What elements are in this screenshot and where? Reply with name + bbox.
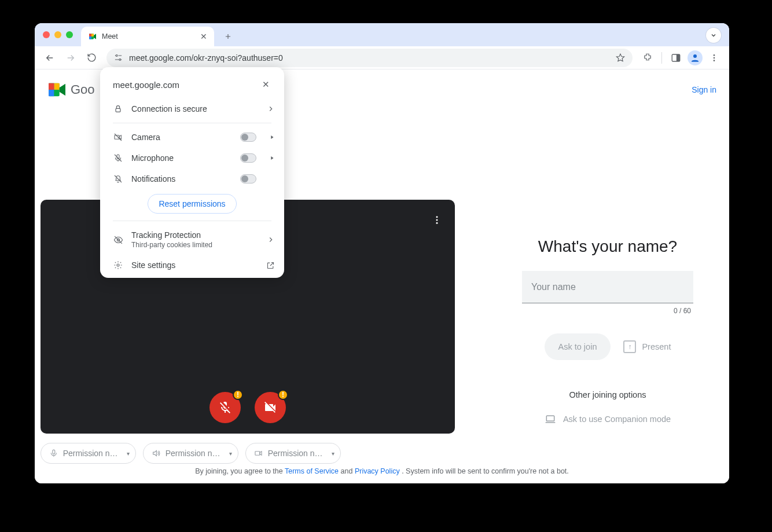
site-settings-row[interactable]: Site settings bbox=[100, 255, 284, 276]
chip-label: Permission ne… bbox=[63, 449, 121, 458]
join-buttons: Ask to join ↑ Present bbox=[545, 333, 671, 360]
back-button[interactable] bbox=[41, 49, 59, 67]
chevron-right-icon bbox=[267, 105, 275, 113]
name-input[interactable] bbox=[522, 271, 693, 303]
name-field: 0 / 60 bbox=[522, 271, 693, 315]
tabs-menu-button[interactable] bbox=[706, 28, 721, 43]
maximize-window-button[interactable] bbox=[66, 31, 73, 38]
mic-off-icon bbox=[218, 401, 232, 414]
svg-rect-3 bbox=[89, 34, 91, 36]
side-panel-button[interactable] bbox=[667, 49, 685, 67]
reload-button[interactable] bbox=[82, 49, 101, 67]
connection-label: Connection is secure bbox=[131, 104, 259, 113]
chevron-down-icon: ▾ bbox=[229, 450, 232, 457]
chevron-down-icon: ▾ bbox=[127, 450, 130, 457]
tracking-title: Tracking Protection bbox=[131, 230, 259, 240]
popup-host: meet.google.com bbox=[113, 80, 179, 90]
svg-point-16 bbox=[436, 216, 438, 218]
svg-rect-21 bbox=[546, 416, 554, 421]
popup-close-button[interactable]: ✕ bbox=[258, 76, 274, 93]
footer-text: By joining, you agree to the bbox=[195, 467, 285, 475]
profile-button[interactable] bbox=[688, 50, 703, 65]
chevron-down-icon: ▾ bbox=[332, 450, 334, 457]
separator bbox=[113, 221, 271, 221]
site-controls-icon[interactable] bbox=[113, 53, 123, 63]
mic-device-chip[interactable]: Permission ne… ▾ bbox=[41, 443, 136, 464]
companion-label: Ask to use Companion mode bbox=[563, 414, 671, 424]
svg-point-4 bbox=[116, 55, 117, 57]
svg-point-8 bbox=[693, 54, 697, 58]
name-prompt: What's your name? bbox=[538, 237, 677, 256]
separator bbox=[113, 123, 271, 123]
svg-rect-15 bbox=[49, 83, 54, 90]
mic-icon bbox=[49, 449, 58, 458]
svg-point-17 bbox=[436, 219, 438, 221]
chevron-right-icon[interactable] bbox=[269, 134, 275, 140]
tracking-protection-row[interactable]: Tracking Protection Third-party cookies … bbox=[100, 225, 284, 255]
chevron-right-icon[interactable] bbox=[269, 155, 275, 161]
meet-logo-icon bbox=[47, 82, 67, 98]
speaker-icon bbox=[152, 449, 161, 458]
chip-label: Permission ne… bbox=[268, 449, 326, 458]
forward-button[interactable] bbox=[61, 49, 80, 67]
mic-off-icon bbox=[113, 153, 123, 163]
notifications-toggle[interactable] bbox=[240, 174, 256, 184]
tab-meet[interactable]: Meet ✕ bbox=[81, 27, 214, 46]
preview-more-button[interactable] bbox=[432, 215, 442, 225]
site-info-popup: meet.google.com ✕ Connection is secure C… bbox=[100, 67, 284, 278]
chrome-menu-button[interactable] bbox=[705, 49, 723, 67]
preview-controls: ! ! bbox=[209, 392, 286, 423]
separator bbox=[661, 52, 662, 64]
new-tab-button[interactable] bbox=[220, 28, 236, 45]
bell-off-icon bbox=[113, 174, 123, 184]
mic-toggle-button[interactable]: ! bbox=[209, 392, 241, 423]
camera-toggle-button[interactable]: ! bbox=[255, 392, 286, 423]
microphone-toggle[interactable] bbox=[240, 153, 256, 163]
connection-row[interactable]: Connection is secure bbox=[100, 98, 284, 119]
present-label: Present bbox=[642, 342, 671, 351]
eye-off-icon bbox=[113, 235, 123, 245]
present-button[interactable]: ↑ Present bbox=[623, 340, 671, 353]
privacy-link[interactable]: Privacy Policy bbox=[355, 467, 400, 475]
sign-in-link[interactable]: Sign in bbox=[692, 85, 716, 94]
extensions-button[interactable] bbox=[638, 49, 657, 67]
tab-close-icon[interactable]: ✕ bbox=[200, 32, 207, 41]
chevron-right-icon bbox=[267, 236, 275, 244]
ask-to-join-button[interactable]: Ask to join bbox=[545, 333, 611, 360]
camera-device-chip[interactable]: Permission ne… ▾ bbox=[245, 443, 341, 464]
svg-point-18 bbox=[436, 222, 438, 224]
gear-icon bbox=[113, 261, 123, 270]
address-bar[interactable]: meet.google.com/okr-znyq-soi?authuser=0 bbox=[106, 49, 633, 67]
svg-point-11 bbox=[714, 60, 715, 61]
tracking-subtitle: Third-party cookies limited bbox=[131, 241, 259, 249]
tab-strip: Meet ✕ bbox=[35, 23, 729, 46]
footer-text: . System info will be sent to confirm yo… bbox=[402, 467, 569, 475]
bookmark-icon[interactable] bbox=[615, 53, 626, 63]
svg-point-9 bbox=[714, 54, 715, 56]
tos-link[interactable]: Terms of Service bbox=[285, 467, 339, 475]
window-controls bbox=[43, 31, 73, 38]
lock-icon bbox=[113, 104, 123, 113]
meet-favicon-icon bbox=[88, 32, 97, 41]
close-window-button[interactable] bbox=[43, 31, 50, 38]
browser-toolbar: meet.google.com/okr-znyq-soi?authuser=0 bbox=[35, 46, 729, 69]
camera-off-icon bbox=[263, 401, 277, 414]
camera-label: Camera bbox=[131, 133, 232, 142]
brand-text: Goo bbox=[71, 82, 95, 97]
svg-rect-22 bbox=[116, 108, 120, 112]
notifications-permission-row: Notifications bbox=[100, 168, 284, 189]
minimize-window-button[interactable] bbox=[54, 31, 61, 38]
other-joining-options: Other joining options bbox=[569, 390, 646, 399]
footer-text: and bbox=[341, 467, 355, 475]
meet-logo[interactable]: Goo bbox=[47, 82, 95, 98]
reset-permissions-button[interactable]: Reset permissions bbox=[148, 194, 236, 214]
camera-alert-badge: ! bbox=[278, 390, 288, 400]
present-icon: ↑ bbox=[623, 340, 636, 353]
legal-footer: By joining, you agree to the Terms of Se… bbox=[35, 467, 729, 475]
device-chip-row: Permission ne… ▾ Permission ne… ▾ Permis… bbox=[41, 443, 455, 464]
speaker-device-chip[interactable]: Permission ne… ▾ bbox=[143, 443, 238, 464]
camera-toggle[interactable] bbox=[240, 133, 256, 142]
camera-off-icon bbox=[113, 133, 123, 142]
camera-permission-row: Camera bbox=[100, 127, 284, 148]
companion-mode-button[interactable]: Ask to use Companion mode bbox=[545, 413, 671, 425]
